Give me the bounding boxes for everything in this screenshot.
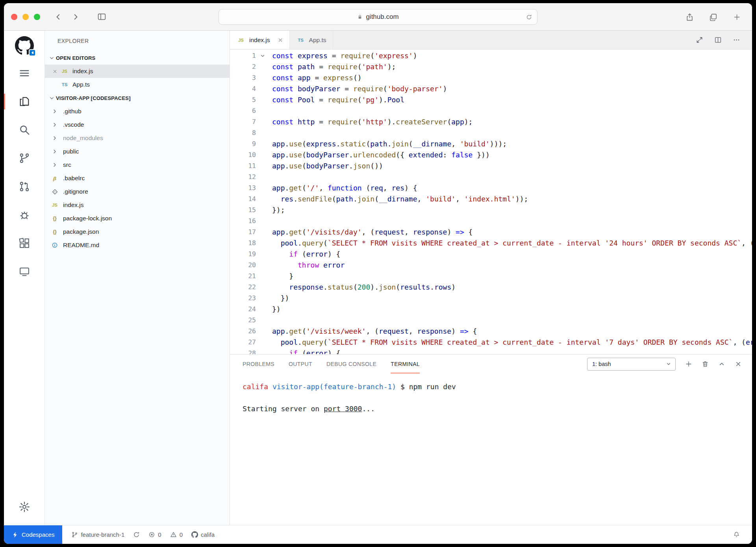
back-button[interactable]	[52, 11, 65, 23]
status-notifications[interactable]	[729, 525, 744, 544]
status-warnings[interactable]: 0	[166, 525, 187, 544]
tree-item-label: public	[63, 148, 79, 155]
code-line-22: 22 response.status(200).json(results.row…	[230, 282, 752, 293]
project-section-header[interactable]: VISITOR-APP [CODESPACES]	[45, 91, 230, 105]
json-braces-file-icon: {}	[50, 216, 59, 221]
status-errors[interactable]: 0	[144, 525, 165, 544]
code-line-28: 28 if (error) {	[230, 348, 752, 354]
tab-overview-button[interactable]	[708, 11, 718, 23]
line-number: 19	[230, 249, 256, 260]
editor-tab-App.ts[interactable]: TSApp.ts	[290, 31, 333, 49]
split-editor-icon[interactable]	[714, 36, 722, 44]
line-number: 15	[230, 205, 256, 216]
activity-item-remote-explorer[interactable]	[4, 257, 44, 286]
open-editor-index.js[interactable]: JSindex.js	[45, 65, 230, 78]
more-actions-icon[interactable]	[733, 36, 740, 44]
panel-tab-output[interactable]: OUTPUT	[289, 355, 312, 373]
tree-item-label: package-lock.json	[63, 215, 112, 222]
close-window-button[interactable]	[11, 14, 17, 20]
activity-item-source-control[interactable]	[4, 144, 44, 172]
error-icon	[148, 531, 155, 538]
tree-item-.babelrc[interactable]: β.babelrc	[45, 172, 230, 185]
code-line-16: 16	[230, 216, 752, 227]
close-editor-icon[interactable]	[52, 69, 57, 74]
editor-tab-index.js[interactable]: JSindex.js	[230, 31, 290, 49]
browser-window: github.com EXPLORER OPEN EDITORS J	[4, 3, 752, 544]
pull-request-icon	[19, 181, 30, 192]
tree-item-README.md[interactable]: README.md	[45, 238, 230, 252]
share-button[interactable]	[684, 11, 695, 23]
terminal-output[interactable]: califa visitor-app(feature-branch-1) $ n…	[230, 373, 752, 525]
activity-item-pull-requests[interactable]	[4, 172, 44, 201]
new-terminal-icon[interactable]	[685, 360, 692, 368]
address-bar[interactable]: github.com	[219, 9, 537, 25]
terminal-shell-select[interactable]: 1: bash	[587, 358, 676, 371]
files-icon	[19, 96, 30, 107]
tree-item-public[interactable]: public	[45, 145, 230, 158]
ts-file-icon: TS	[60, 82, 69, 87]
tree-item-.vscode[interactable]: .vscode	[45, 118, 230, 131]
activity-item-extensions[interactable]	[4, 229, 44, 257]
tree-item-label: README.md	[63, 242, 99, 249]
activity-item-search[interactable]	[4, 116, 44, 144]
open-editors-section-header[interactable]: OPEN EDITORS	[45, 51, 230, 65]
kill-terminal-icon[interactable]	[702, 360, 709, 368]
close-panel-icon[interactable]	[735, 360, 742, 368]
activity-item-menu[interactable]	[4, 59, 44, 87]
open-changes-icon[interactable]	[696, 36, 703, 44]
maximize-panel-icon[interactable]	[718, 360, 725, 368]
panel-header: PROBLEMSOUTPUTDEBUG CONSOLETERMINAL 1: b…	[230, 355, 752, 373]
forward-button[interactable]	[69, 11, 82, 23]
status-bar: Codespacesfeature-branch-100califa	[4, 525, 752, 544]
chevron-right-icon	[52, 108, 58, 115]
tree-item-package-lock.json[interactable]: {}package-lock.json	[45, 212, 230, 225]
line-number: 14	[230, 194, 256, 205]
editor-group: JSindex.jsTSApp.ts 1const express = requ…	[230, 31, 752, 525]
close-tab-icon[interactable]	[278, 37, 283, 43]
lock-icon	[357, 14, 363, 20]
search-icon	[19, 124, 30, 136]
tree-item-.gitignore[interactable]: .gitignore	[45, 185, 230, 198]
chevron-right-icon	[52, 122, 58, 128]
line-number: 4	[230, 83, 256, 94]
line-number: 18	[230, 238, 256, 249]
zoom-window-button[interactable]	[34, 14, 40, 20]
activity-item-settings[interactable]	[4, 493, 44, 521]
minimize-window-button[interactable]	[22, 14, 29, 20]
status-branch[interactable]: feature-branch-1	[67, 525, 129, 544]
tree-item-src[interactable]: src	[45, 158, 230, 172]
panel-tab-debug-console[interactable]: DEBUG CONSOLE	[326, 355, 376, 373]
activity-item-explorer[interactable]	[4, 87, 44, 116]
tree-item-package.json[interactable]: {}package.json	[45, 225, 230, 238]
code-line-5: 5const Pool = require('pg').Pool	[230, 94, 752, 105]
code-editor[interactable]: 1const express = require('express')2cons…	[230, 50, 752, 354]
sidebar-title: EXPLORER	[45, 31, 230, 51]
status-codespaces[interactable]: Codespaces	[4, 525, 62, 544]
status-github-account[interactable]: califa	[187, 525, 219, 544]
tree-item-.github[interactable]: .github	[45, 105, 230, 118]
panel-tab-terminal[interactable]: TERMINAL	[391, 355, 420, 373]
fold-chevron-icon[interactable]	[260, 53, 265, 59]
code-line-9: 9app.use(express.static(path.join(__dirn…	[230, 139, 752, 150]
code-line-27: 27 pool.query(`SELECT * FROM visits WHER…	[230, 337, 752, 348]
json-braces-file-icon: {}	[50, 229, 59, 235]
terminal-port-link[interactable]: port 3000	[324, 405, 362, 413]
line-number: 16	[230, 216, 256, 227]
open-editor-label: App.ts	[72, 81, 90, 88]
chevron-down-icon	[49, 95, 55, 101]
new-tab-button[interactable]	[732, 11, 742, 23]
remote-icon	[19, 266, 30, 277]
reload-button[interactable]	[526, 14, 532, 20]
github-codespaces-logo[interactable]	[15, 36, 34, 55]
tree-item-node_modules[interactable]: node_modules	[45, 131, 230, 145]
sidebar-toggle-button[interactable]	[95, 11, 108, 23]
status-sync[interactable]	[129, 525, 144, 544]
panel-tab-problems[interactable]: PROBLEMS	[243, 355, 274, 373]
open-editor-App.ts[interactable]: TSApp.ts	[45, 78, 230, 91]
activity-item-run-and-debug[interactable]	[4, 201, 44, 229]
shell-select-value: 1: bash	[592, 361, 611, 367]
warning-icon	[170, 531, 177, 538]
github-icon	[191, 531, 198, 538]
open-editors-label: OPEN EDITORS	[56, 55, 95, 61]
tree-item-index.js[interactable]: JSindex.js	[45, 198, 230, 212]
